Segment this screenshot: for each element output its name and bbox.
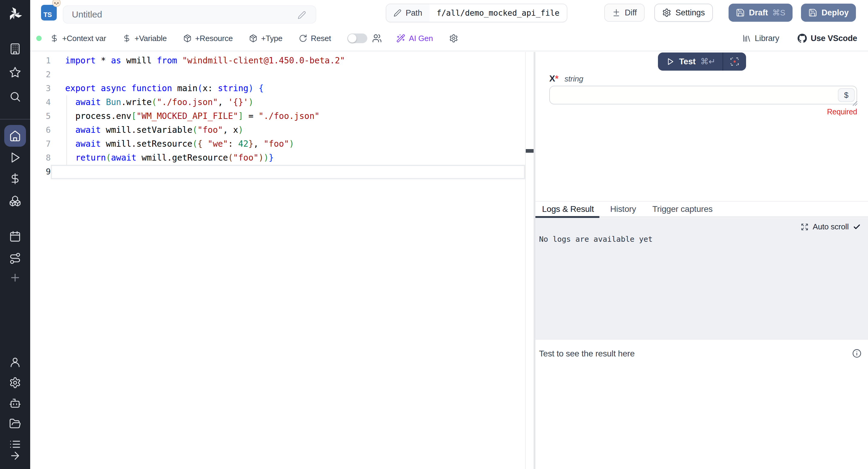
windmill-script-editor: TS Untitled Path f/all/demo_mocked_api_f… [0,0,868,469]
argument-input[interactable] [549,86,857,104]
audit-list-icon[interactable] [9,438,21,450]
users-icon [372,33,382,43]
runs-play-icon[interactable] [9,152,21,163]
settings-gear-icon [449,34,458,43]
diff-icon [612,8,621,17]
editor-settings-button[interactable] [449,34,458,43]
expand-icon[interactable] [801,223,809,231]
folders-icon[interactable] [9,418,21,430]
add-plus-icon[interactable] [9,272,21,284]
add-context-var-button[interactable]: +Context var [50,34,106,43]
github-icon [797,33,807,43]
draft-button[interactable]: Draft ⌘S [728,4,793,22]
user-icon[interactable] [9,356,21,368]
tab-history[interactable]: History [610,204,636,214]
play-icon [666,58,674,65]
routes-icon[interactable] [9,252,21,264]
ai-gen-button[interactable]: AI Gen [396,34,433,43]
code-line[interactable]: 4 await Bun.write("./foo.json", '{}') [30,95,534,109]
line-content: await Bun.write("./foo.json", '{}') [51,95,253,109]
code-line[interactable]: 6 await wmill.setVariable("foo", x) [30,123,534,137]
code-line[interactable]: 2 [30,68,534,82]
capture-button[interactable] [723,53,746,71]
schedules-calendar-icon[interactable] [9,230,21,243]
add-type-label: +Type [261,34,282,43]
line-number: 1 [30,54,51,68]
refresh-icon [299,34,307,42]
main-area: TS Untitled Path f/all/demo_mocked_api_f… [30,0,868,469]
windmill-logo-icon[interactable] [7,6,23,22]
path-label-section[interactable]: Path [386,4,430,22]
info-icon[interactable] [852,348,862,358]
use-vscode-button[interactable]: Use VScode [797,33,857,43]
required-label: Required [827,107,857,116]
editor-toolbar: +Context var +Variable +Resource +Type R… [30,26,868,51]
settings-gear-icon[interactable] [9,377,21,389]
edit-title-pencil-icon[interactable] [298,11,306,19]
line-content: await wmill.setResource({ "we": 42}, "fo… [51,137,294,151]
bun-runtime-icon [52,0,61,7]
home-icon[interactable] [9,130,21,142]
deploy-label: Deploy [822,8,849,18]
workers-bot-icon[interactable] [9,397,21,409]
deploy-button[interactable]: Deploy [801,4,856,22]
add-resource-button[interactable]: +Resource [183,34,233,43]
draft-shortcut: ⌘S [772,8,785,18]
auto-scroll-control[interactable]: Auto scroll [801,222,861,231]
line-content: process.env["WM_MOCKED_API_FILE"] = "./f… [51,109,320,123]
no-logs-message: No logs are available yet [539,235,652,244]
topbar-buttons: Diff Settings Draft ⌘S Deploy [604,4,856,22]
library-icon [742,34,751,43]
code-line[interactable]: 5 process.env["WM_MOCKED_API_FILE"] = ".… [30,109,534,123]
code-lines: 1import * as wmill from "windmill-client… [30,52,534,179]
top-bar: TS Untitled Path f/all/demo_mocked_api_f… [30,0,868,26]
argument-label: X* string [549,74,583,84]
code-editor[interactable]: 1import * as wmill from "windmill-client… [30,52,534,469]
line-number: 5 [30,109,51,123]
expand-sidebar-arrow-icon[interactable] [9,450,21,462]
insert-variable-button[interactable]: $ [838,88,855,102]
settings-label: Settings [676,8,705,18]
code-line[interactable]: 3export async function main(x: string) { [30,82,534,95]
diff-button[interactable]: Diff [604,4,645,22]
workspace-building-icon[interactable] [9,43,21,55]
result-placeholder: Test to see the result here [539,349,635,358]
preview-tabs: Logs & Result History Trigger captures [535,201,868,217]
edit-path-pencil-icon [394,9,401,17]
code-line[interactable]: 8 return(await wmill.getResource("foo"))… [30,151,534,165]
ai-gen-label: AI Gen [409,34,433,43]
path-value[interactable]: f/all/demo_mocked_api_file [430,4,567,22]
test-button[interactable]: Test ⌘↵ [658,53,722,71]
reset-label: Reset [311,34,331,43]
add-type-button[interactable]: +Type [249,34,282,43]
reset-button[interactable]: Reset [299,34,331,43]
line-content [51,165,65,179]
tab-logs-result[interactable]: Logs & Result [542,204,594,214]
settings-gear-icon [662,8,671,17]
line-content [51,68,65,82]
line-content: return(await wmill.getResource("foo"))} [51,151,274,165]
library-button[interactable]: Library [742,34,779,43]
capture-focus-icon [730,57,739,66]
argument-type: string [564,74,583,84]
line-content: export async function main(x: string) { [51,82,264,95]
line-number: 7 [30,137,51,151]
package-icon [183,34,192,42]
favorites-star-icon[interactable] [9,66,21,79]
tab-trigger-captures[interactable]: Trigger captures [652,204,713,214]
add-context-var-label: +Context var [62,34,106,43]
code-line[interactable]: 7 await wmill.setResource({ "we": 42}, "… [30,137,534,151]
add-variable-button[interactable]: +Variable [123,34,167,43]
script-title-field[interactable]: Untitled [63,5,316,24]
resources-boxes-icon[interactable] [9,195,21,207]
package-icon [249,34,257,42]
variables-dollar-icon[interactable] [9,173,21,185]
code-line[interactable]: 1import * as wmill from "windmill-client… [30,54,534,68]
collaborators-button[interactable] [372,33,382,43]
settings-button[interactable]: Settings [654,4,713,22]
code-line[interactable]: 9 [30,165,534,179]
search-icon[interactable] [9,91,21,103]
multiplayer-toggle[interactable] [347,33,367,43]
resize-handle-icon[interactable] [852,101,858,106]
path-field[interactable]: Path f/all/demo_mocked_api_file [386,4,567,22]
